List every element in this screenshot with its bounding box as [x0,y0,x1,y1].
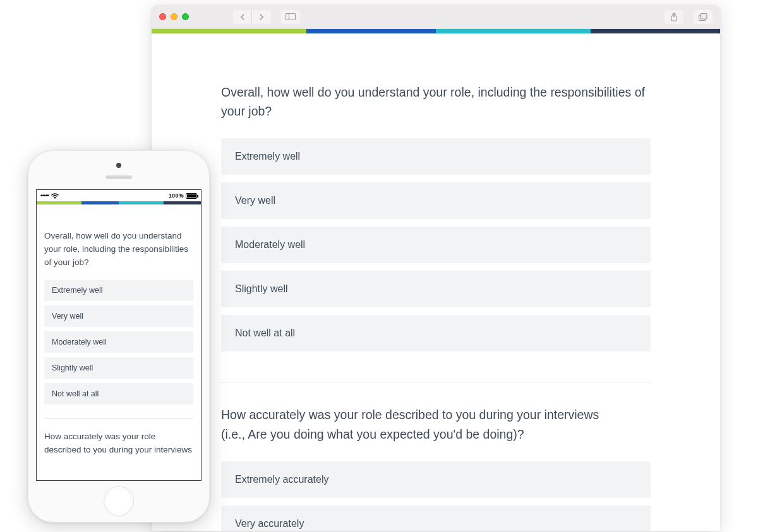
answer-option[interactable]: Very well [44,305,193,327]
answer-options: Extremely well Very well Moderately well… [44,280,193,405]
maximize-window-button[interactable] [182,13,189,20]
phone-statusbar: ••••• 100% [37,190,201,201]
tabs-button[interactable] [694,10,713,24]
answer-option[interactable]: Moderately well [44,331,193,353]
sidebar-icon [286,13,296,20]
close-window-button[interactable] [159,13,166,20]
phone-mockup: ••••• 100% Overall, how well do you unde… [28,150,210,523]
answer-option[interactable]: Not well at all [221,315,651,352]
answer-option[interactable]: Moderately well [221,227,651,263]
svg-point-5 [54,198,56,199]
svg-rect-4 [701,13,707,19]
browser-window: Overall, how well do you understand your… [152,5,720,531]
question-block: How accurately was your role described t… [221,405,651,531]
answer-option[interactable]: Extremely well [221,138,651,175]
chevron-left-icon [240,14,245,20]
forward-button[interactable] [252,10,271,24]
answer-option[interactable]: Slightly well [221,271,651,307]
sidebar-toggle-button[interactable] [281,10,300,24]
question-text: How accurately was your role described t… [221,405,651,443]
answer-option[interactable]: Extremely well [44,280,193,301]
phone-speaker [105,175,132,179]
window-controls [159,13,189,20]
answer-option[interactable]: Not well at all [44,383,193,405]
answer-option[interactable]: Very well [221,182,651,219]
minimize-window-button[interactable] [171,13,177,20]
answer-option[interactable]: Extremely accurately [221,461,651,498]
question-divider [44,418,193,419]
browser-toolbar [152,5,720,29]
survey-content: Overall, how well do you understand your… [152,33,720,531]
brand-stripe [37,201,201,204]
answer-options: Extremely well Very well Moderately well… [221,138,651,352]
battery-icon [186,193,197,199]
nav-buttons [233,10,271,24]
answer-option[interactable]: Very accurately [221,505,651,531]
wifi-icon [51,193,59,199]
share-button[interactable] [665,10,683,24]
phone-screen: ••••• 100% Overall, how well do you unde… [36,189,202,481]
question-text: How accurately was your role described t… [44,430,193,457]
phone-camera [116,163,121,168]
phone-survey-content: Overall, how well do you understand your… [37,204,201,457]
answer-options: Extremely accurately Very accurately Mod… [221,461,651,531]
home-button[interactable] [104,486,134,516]
chevron-right-icon [259,14,264,20]
question-text: Overall, how well do you understand your… [221,83,651,121]
share-icon [670,13,678,21]
battery-percent-label: 100% [169,192,184,199]
signal-strength-icon: ••••• [40,192,49,199]
back-button[interactable] [233,10,252,24]
svg-rect-0 [286,14,296,20]
question-text: Overall, how well do you understand your… [44,230,193,269]
answer-option[interactable]: Slightly well [44,357,193,379]
brand-stripe [152,29,720,33]
tabs-icon [699,13,707,21]
question-block: Overall, how well do you understand your… [221,83,651,352]
question-divider [221,382,651,382]
